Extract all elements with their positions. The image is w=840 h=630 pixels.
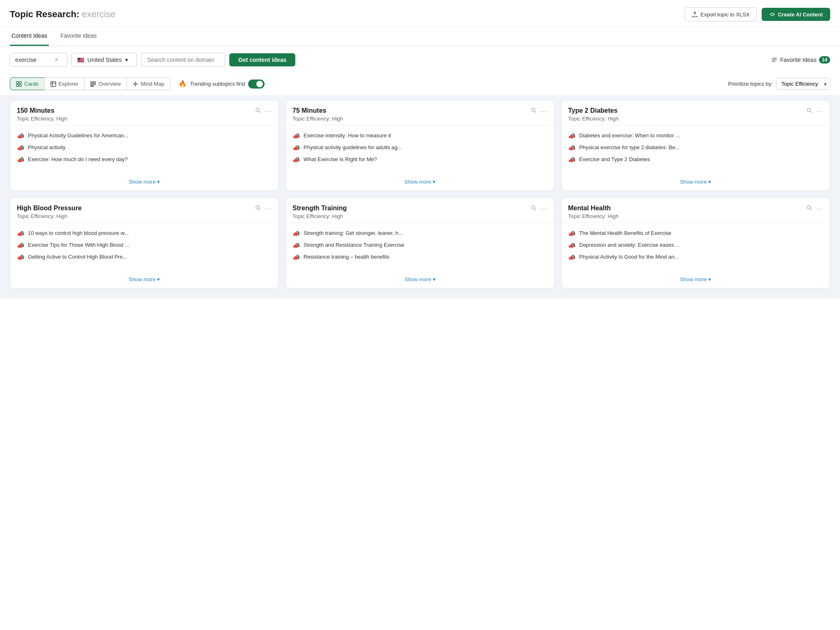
card-header: Strength Training Topic Efficiency: High…	[286, 198, 554, 223]
card-header-actions: ···	[806, 107, 823, 116]
card-body: 📣 10 ways to control high blood pressure…	[10, 223, 278, 272]
card-item: 📣 What Exercise Is Right for Me?	[292, 156, 548, 164]
export-label: Export topic to XLSX	[701, 11, 750, 18]
card-3: Type 2 Diabetes Topic Efficiency: High ·…	[561, 100, 830, 191]
show-more-button[interactable]: Show more ▾	[404, 276, 436, 282]
card-footer: Show more ▾	[10, 174, 278, 191]
card-footer: Show more ▾	[562, 272, 830, 288]
mindmap-view-icon	[132, 81, 138, 87]
megaphone-icon: 📣	[292, 254, 300, 261]
megaphone-icon: 📣	[292, 242, 300, 249]
card-header: Mental Health Topic Efficiency: High ···	[562, 198, 830, 223]
export-button[interactable]: Export topic to XLSX	[685, 7, 757, 21]
card-body: 📣 Strength training: Get stronger, leane…	[286, 223, 554, 272]
search-card-icon[interactable]	[806, 205, 813, 213]
card-item-text: What Exercise Is Right for Me?	[304, 156, 377, 163]
view-mindmap-button[interactable]: Mind Map	[126, 77, 170, 90]
more-options-icon[interactable]: ···	[540, 107, 548, 116]
more-options-icon[interactable]: ···	[816, 205, 823, 213]
card-item: 📣 Resistance training – health benefits	[292, 253, 548, 261]
show-more-button[interactable]: Show more ▾	[404, 179, 436, 185]
card-header-actions: ···	[255, 205, 272, 213]
megaphone-icon: 📣	[568, 230, 576, 237]
cards-label: Cards	[24, 81, 39, 87]
show-more-button[interactable]: Show more ▾	[680, 276, 712, 282]
megaphone-icon: 📣	[292, 156, 300, 164]
card-body: 📣 Diabetes and exercise: When to monitor…	[562, 125, 830, 174]
card-header-actions: ···	[255, 107, 272, 116]
card-title-wrap: Mental Health Topic Efficiency: High	[568, 205, 619, 219]
view-cards-button[interactable]: Cards	[10, 77, 45, 90]
more-options-icon[interactable]: ···	[540, 205, 548, 213]
show-more-button[interactable]: Show more ▾	[129, 179, 160, 185]
card-body: 📣 Exercise intensity: How to measure it …	[286, 125, 554, 174]
svg-rect-19	[91, 84, 96, 85]
card-header: 75 Minutes Topic Efficiency: High ···	[286, 100, 554, 125]
ai-icon	[769, 11, 776, 18]
megaphone-icon: 📣	[568, 254, 576, 261]
card-header-actions: ···	[531, 205, 548, 213]
clear-search-button[interactable]: ×	[55, 57, 58, 63]
card-footer: Show more ▾	[286, 174, 554, 191]
more-options-icon[interactable]: ···	[816, 107, 823, 116]
show-more-button[interactable]: Show more ▾	[129, 276, 160, 282]
cards-view-icon	[16, 81, 22, 87]
chevron-down-icon: ▾	[157, 179, 160, 185]
prioritize-select[interactable]: Topic Efficiency Search Volume Difficult…	[776, 78, 830, 90]
svg-rect-5	[78, 61, 84, 61]
card-header-actions: ···	[531, 107, 548, 116]
card-4: High Blood Pressure Topic Efficiency: Hi…	[10, 198, 279, 289]
topic-search-wrap: ×	[10, 53, 67, 67]
create-ai-label: Create AI Content	[778, 11, 823, 18]
topic-search-input[interactable]	[15, 57, 52, 63]
main-tabs: Content Ideas Favorite Ideas	[0, 27, 840, 46]
svg-point-36	[807, 206, 810, 209]
trending-toggle[interactable]	[248, 80, 265, 89]
view-controls: Cards Explorer Overview Mind Map 🔥 Trend…	[0, 73, 840, 95]
search-card-icon[interactable]	[531, 205, 537, 213]
more-options-icon[interactable]: ···	[265, 107, 272, 116]
card-item-text: Exercise Tips for Those With High Blood …	[28, 241, 129, 249]
card-item: 📣 Physical exercise for type 2 diabetes:…	[568, 144, 823, 152]
card-item-text: Getting Active to Control High Blood Pre…	[28, 253, 127, 261]
card-footer: Show more ▾	[286, 272, 554, 288]
card-item: 📣 Exercise Tips for Those With High Bloo…	[17, 241, 272, 249]
card-title-wrap: Strength Training Topic Efficiency: High	[292, 205, 347, 219]
get-ideas-button[interactable]: Get content ideas	[229, 53, 295, 66]
card-item: 📣 Getting Active to Control High Blood P…	[17, 253, 272, 261]
card-body: 📣 Physical Activity Guidelines for Ameri…	[10, 125, 278, 174]
card-header-actions: ···	[806, 205, 823, 213]
card-efficiency: Topic Efficiency: High	[17, 213, 82, 219]
megaphone-icon: 📣	[292, 144, 300, 152]
search-card-icon[interactable]	[255, 107, 261, 115]
country-selector[interactable]: United States ▾	[71, 53, 137, 67]
tab-content-ideas[interactable]: Content Ideas	[10, 27, 49, 46]
svg-line-29	[534, 111, 536, 113]
view-overview-button[interactable]: Overview	[84, 77, 127, 90]
favorite-ideas-button[interactable]: Favorite Ideas 14	[771, 56, 830, 64]
card-item-text: Exercise: How much do I need every day?	[28, 156, 128, 163]
create-ai-button[interactable]: Create AI Content	[762, 8, 830, 21]
card-item-text: Depression and anxiety: Exercise eases .…	[579, 241, 680, 249]
show-more-button[interactable]: Show more ▾	[680, 179, 712, 185]
card-efficiency: Topic Efficiency: High	[568, 116, 619, 122]
domain-search-input[interactable]	[141, 53, 225, 67]
svg-rect-18	[91, 82, 96, 83]
search-card-icon[interactable]	[806, 107, 813, 115]
tab-favorite-ideas[interactable]: Favorite Ideas	[59, 27, 98, 46]
list-icon	[771, 57, 778, 63]
page-header: Topic Research: exercise Export topic to…	[0, 0, 840, 27]
card-efficiency: Topic Efficiency: High	[292, 116, 343, 122]
card-item-text: Diabetes and exercise: When to monitor .…	[579, 132, 680, 139]
card-item: 📣 Physical activity	[17, 144, 272, 152]
card-title-wrap: High Blood Pressure Topic Efficiency: Hi…	[17, 205, 82, 219]
cards-grid: 150 Minutes Topic Efficiency: High ··· 📣…	[0, 95, 840, 298]
card-title: 150 Minutes	[17, 107, 67, 114]
more-options-icon[interactable]: ···	[265, 205, 272, 213]
search-card-icon[interactable]	[531, 107, 537, 115]
svg-line-33	[259, 209, 260, 211]
card-title: Type 2 Diabetes	[568, 107, 619, 114]
search-card-icon[interactable]	[255, 205, 261, 213]
view-explorer-button[interactable]: Explorer	[44, 77, 84, 90]
card-title: Strength Training	[292, 205, 347, 212]
